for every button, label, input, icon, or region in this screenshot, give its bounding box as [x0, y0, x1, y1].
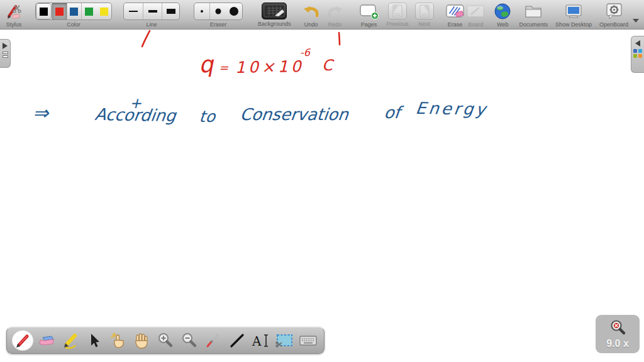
redo-label: Redo	[328, 21, 342, 28]
top-toolbar: Stylus Color Line	[0, 0, 644, 30]
web-button[interactable]: Web	[494, 3, 511, 28]
line-thick-button[interactable]	[162, 3, 179, 19]
color-red-button[interactable]	[52, 3, 67, 19]
zoom-in-icon	[157, 332, 174, 349]
documents-button[interactable]: Documents	[519, 3, 548, 28]
openboard-menu-button[interactable]: OpenBoard	[599, 3, 628, 28]
show-desktop-icon	[564, 3, 583, 20]
redo-icon	[326, 3, 344, 20]
color-blue-button[interactable]	[67, 3, 82, 19]
line-label: Line	[146, 21, 157, 28]
show-desktop-button[interactable]: Show Desktop	[555, 3, 592, 28]
pages-icon	[359, 3, 379, 20]
undo-icon	[303, 3, 320, 20]
pages-thumbnails-icon	[3, 52, 8, 58]
green-swatch	[85, 8, 93, 16]
color-green-button[interactable]	[81, 3, 96, 19]
zoom-out-icon	[180, 332, 198, 349]
next-button: Next	[415, 3, 434, 27]
tool-interact-button[interactable]	[106, 329, 129, 353]
red-swatch	[55, 8, 64, 16]
zoom-cancel-icon	[608, 319, 627, 337]
zoom-level-value: 9.0 x	[606, 338, 629, 349]
expand-left-icon	[635, 40, 640, 47]
tool-pen-button[interactable]	[11, 329, 34, 353]
tool-virtual-keyboard-button[interactable]	[297, 329, 319, 353]
next-label: Next	[418, 21, 430, 27]
pointing-hand-icon	[109, 332, 126, 349]
openboard-label: OpenBoard	[599, 21, 628, 28]
board-button: Board	[466, 3, 485, 28]
eraser-label: Eraser	[210, 21, 227, 28]
redo-button: Redo	[326, 3, 344, 28]
line-thin-button[interactable]	[124, 3, 143, 19]
tool-eraser-button[interactable]	[35, 329, 58, 353]
tool-marker-button[interactable]	[59, 329, 82, 353]
next-icon	[415, 3, 434, 19]
color-black-button[interactable]	[36, 3, 52, 19]
show-desktop-label: Show Desktop	[555, 21, 592, 28]
statement-arrow: ⇒	[33, 102, 48, 124]
pen-icon	[14, 332, 31, 349]
formula-exponent: -6	[300, 47, 310, 58]
marker-icon	[62, 332, 79, 349]
previous-button: Previous	[387, 3, 409, 27]
svg-text:A: A	[252, 334, 262, 349]
laser-pointer-icon	[204, 332, 222, 349]
page-navigator-tab[interactable]	[0, 39, 11, 68]
cursor-arrow-icon	[86, 332, 102, 349]
tool-capture-button[interactable]	[273, 329, 296, 353]
stylus-label: Stylus	[6, 21, 22, 28]
backgrounds-button[interactable]: Backgrounds	[258, 3, 291, 27]
eraser-large-button[interactable]	[226, 3, 242, 19]
tool-text-button[interactable]: A	[249, 329, 272, 353]
formula-equals: =	[219, 61, 228, 74]
tool-hand-button[interactable]	[130, 329, 153, 353]
tool-selector-button[interactable]	[82, 329, 105, 353]
yellow-swatch	[100, 8, 108, 16]
undo-label: Undo	[304, 21, 318, 28]
statement-word-energy: Energy	[414, 99, 489, 119]
documents-icon	[524, 3, 543, 20]
tool-line-button[interactable]	[226, 329, 248, 353]
line-group: Line	[123, 3, 180, 28]
stylus-button[interactable]: Stylus	[5, 3, 23, 28]
chevron-down-icon[interactable]	[633, 19, 639, 23]
color-yellow-button[interactable]	[96, 3, 111, 19]
eraser-small-button[interactable]	[194, 3, 209, 19]
tool-zoom-in-button[interactable]	[154, 329, 177, 353]
tool-laser-pointer-button[interactable]	[202, 329, 225, 353]
backgrounds-icon	[262, 3, 287, 19]
erase-label: Erase	[448, 21, 463, 28]
openboard-window: Stylus Color Line	[0, 0, 644, 362]
expand-right-icon	[3, 43, 8, 49]
erase-button[interactable]: Erase	[445, 3, 465, 28]
tool-zoom-out-button[interactable]	[178, 329, 201, 353]
zoom-reset-widget[interactable]: 9.0 x	[596, 315, 640, 353]
statement-word-of: of	[383, 103, 401, 122]
library-tab[interactable]	[631, 36, 644, 73]
board-label: Board	[468, 21, 483, 28]
formula-lhs: q	[198, 51, 214, 77]
board-icon	[466, 3, 485, 20]
openboard-icon	[604, 3, 623, 20]
statement-word-conservation: Conservation	[239, 105, 349, 124]
color-group: Color	[35, 3, 112, 28]
library-apps-icon	[633, 49, 642, 58]
erase-icon	[445, 3, 465, 20]
text-icon: A	[251, 332, 270, 349]
color-label: Color	[67, 21, 80, 28]
black-swatch	[40, 8, 48, 16]
line-medium-button[interactable]	[143, 3, 162, 19]
formula-mantissa: 10×10	[235, 57, 304, 77]
documents-label: Documents	[519, 21, 548, 28]
undo-button[interactable]: Undo	[303, 3, 320, 28]
pages-button[interactable]: Pages	[359, 3, 379, 28]
stylus-palette: A	[6, 327, 325, 354]
keyboard-icon	[299, 333, 318, 348]
capture-icon	[275, 332, 294, 349]
eraser-medium-button[interactable]	[209, 3, 226, 19]
statement-insertion-mark: +	[130, 95, 142, 111]
pan-hand-icon	[133, 332, 150, 349]
stylus-icon	[5, 3, 23, 20]
